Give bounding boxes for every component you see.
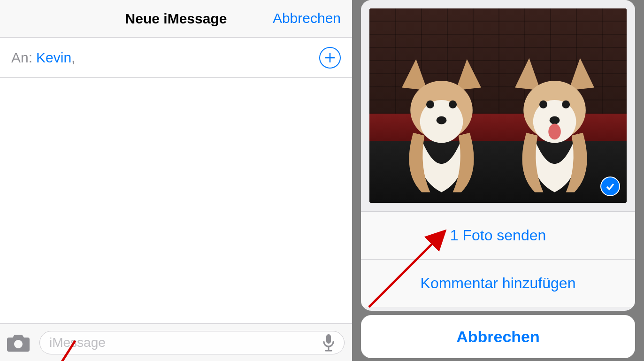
to-label: An:	[11, 50, 32, 66]
recipient-chip[interactable]: Kevin	[36, 50, 71, 66]
nav-bar: Neue iMessage Abbrechen	[0, 0, 352, 38]
conversation-area	[0, 78, 352, 323]
camera-icon	[6, 333, 31, 353]
dictation-button[interactable]	[319, 333, 338, 353]
add-comment-button[interactable]: Kommentar hinzufügen	[361, 259, 635, 307]
compose-pane: Neue iMessage Abbrechen An: Kevin ,	[0, 0, 352, 361]
selection-checkmark[interactable]	[600, 177, 620, 196]
message-placeholder: iMessage	[49, 335, 319, 350]
plus-icon	[324, 52, 336, 64]
svg-point-8	[426, 100, 434, 108]
message-input[interactable]: iMessage	[39, 331, 345, 354]
photo-preview-area	[361, 0, 635, 211]
recipient-separator: ,	[71, 50, 75, 66]
svg-point-14	[539, 100, 547, 108]
send-photo-button[interactable]: 1 Foto senden	[361, 211, 635, 259]
svg-point-9	[449, 100, 457, 108]
svg-point-10	[437, 116, 447, 124]
recipient-row[interactable]: An: Kevin ,	[0, 38, 352, 78]
photo-subject	[498, 48, 611, 195]
microphone-icon	[322, 333, 336, 352]
photo-subject	[385, 48, 498, 195]
camera-button[interactable]	[4, 328, 33, 357]
page-title: Neue iMessage	[125, 11, 227, 27]
selected-photo-thumbnail[interactable]	[369, 8, 627, 203]
svg-point-15	[550, 116, 560, 124]
svg-point-16	[548, 124, 561, 140]
svg-point-2	[14, 340, 23, 348]
share-sheet: 1 Foto senden Kommentar hinzufügen	[361, 0, 635, 311]
cancel-sheet-button[interactable]: Abbrechen	[361, 315, 635, 358]
add-contact-button[interactable]	[319, 47, 341, 69]
svg-point-13	[562, 100, 570, 108]
svg-rect-3	[326, 334, 331, 344]
checkmark-icon	[605, 181, 616, 192]
share-sheet-pane: 1 Foto senden Kommentar hinzufügen Abbre…	[352, 0, 644, 361]
compose-bar: iMessage	[0, 323, 352, 361]
cancel-button[interactable]: Abbrechen	[273, 10, 341, 26]
